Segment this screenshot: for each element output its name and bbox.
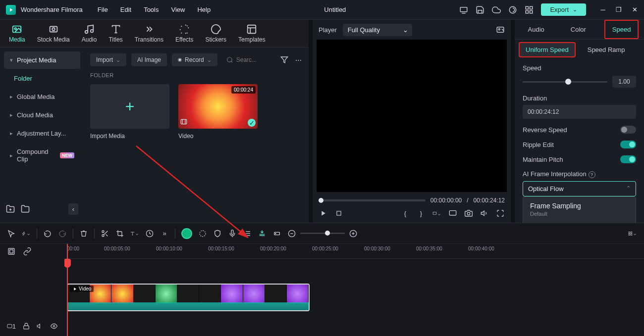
sidebar-folder[interactable]: Folder <box>4 70 80 87</box>
duration-input[interactable]: 00:00:24:12 <box>523 105 636 119</box>
ai-image-button[interactable]: AI Image <box>131 53 167 66</box>
display-button[interactable] <box>448 209 457 218</box>
video-track-icon[interactable]: 1 <box>7 322 16 331</box>
apps-icon[interactable] <box>525 5 534 14</box>
ai-avatar-icon[interactable] <box>181 228 192 239</box>
filter-icon[interactable] <box>280 55 289 64</box>
quality-select[interactable]: Full Quality <box>343 24 412 36</box>
timeline-ruler[interactable]: 00:00 00:00:05:00 00:00:10:00 00:00:15:0… <box>64 244 644 259</box>
select-tool-icon[interactable]: ⌄ <box>22 229 31 238</box>
import-button[interactable]: Import⌄ <box>90 53 126 66</box>
video-thumbnail[interactable]: 00:00:24 ✓ Video <box>178 84 258 140</box>
mark-in-button[interactable]: { <box>401 209 410 218</box>
color-tool-icon[interactable] <box>198 229 207 238</box>
svg-point-36 <box>200 231 206 237</box>
stop-button[interactable] <box>334 209 343 218</box>
save-icon[interactable] <box>476 5 484 14</box>
search-input[interactable] <box>222 53 275 66</box>
menu-edit[interactable]: Edit <box>120 6 131 13</box>
video-clip[interactable]: Video <box>67 284 310 311</box>
tab-stock-media[interactable]: Stock Media <box>33 21 74 46</box>
more-icon[interactable]: ⋯ <box>294 55 303 64</box>
svg-marker-55 <box>37 324 40 328</box>
split-icon[interactable] <box>101 229 109 238</box>
import-media-tile[interactable]: + Import Media <box>90 84 169 140</box>
device-icon[interactable] <box>459 5 468 14</box>
svg-rect-52 <box>10 250 13 253</box>
sidebar-cloud-media[interactable]: ▸Cloud Media <box>4 106 80 124</box>
info-icon[interactable]: ? <box>589 171 595 178</box>
redo-icon[interactable] <box>58 229 67 238</box>
dd-frame-sampling[interactable]: Frame Sampling Default <box>523 197 636 222</box>
new-folder-icon[interactable] <box>6 204 16 214</box>
reverse-toggle[interactable] <box>620 126 636 134</box>
minimize-button[interactable]: ─ <box>599 6 606 13</box>
close-button[interactable]: ✕ <box>631 6 638 13</box>
speed-tool-icon[interactable] <box>145 229 154 238</box>
ripple-label: Ripple Edit <box>523 141 554 148</box>
sidebar-project-media[interactable]: ▾Project Media <box>4 51 80 69</box>
camera-button[interactable] <box>464 209 473 218</box>
track-layer-icon[interactable] <box>7 247 16 256</box>
playhead[interactable] <box>67 244 68 336</box>
mic-icon[interactable] <box>228 229 237 238</box>
rp-tab-speed[interactable]: Speed <box>604 20 639 39</box>
speed-slider[interactable] <box>523 81 607 83</box>
sidebar-adjustment-layer[interactable]: ▸Adjustment Lay... <box>4 125 80 142</box>
list-icon[interactable] <box>243 229 252 238</box>
speed-value[interactable]: 1.00 <box>612 76 636 88</box>
marker-icon[interactable] <box>258 229 267 238</box>
menu-file[interactable]: File <box>98 6 108 13</box>
snapshot-icon[interactable] <box>496 25 505 34</box>
rp-tab-color[interactable]: Color <box>563 20 594 39</box>
crop-icon[interactable] <box>115 229 124 238</box>
export-button[interactable]: Export⌄ <box>541 3 586 16</box>
mark-out-button[interactable]: } <box>417 209 426 218</box>
ripple-toggle[interactable] <box>620 141 636 148</box>
maximize-button[interactable]: ❐ <box>615 6 622 13</box>
record-button[interactable]: Record⌄ <box>172 53 217 66</box>
text-icon[interactable]: ⌄ <box>130 229 139 238</box>
interp-select[interactable]: Optical Flow⌃ <box>523 181 636 196</box>
tab-media[interactable]: Media <box>5 21 29 46</box>
sidebar-compound-clip[interactable]: ▸Compound ClipNEW <box>4 143 80 168</box>
bin-icon[interactable] <box>21 204 31 214</box>
support-icon[interactable] <box>508 5 517 14</box>
shield-icon[interactable] <box>213 229 222 238</box>
lock-track-icon[interactable] <box>23 322 30 331</box>
sidebar-global-media[interactable]: ▸Global Media <box>4 88 80 105</box>
zoom-out-icon[interactable] <box>287 229 296 238</box>
progress-slider[interactable] <box>319 199 426 201</box>
menu-view[interactable]: View <box>171 6 185 13</box>
tab-transitions[interactable]: Transitions <box>131 21 167 46</box>
grid-view-icon[interactable]: ⌄ <box>628 229 637 238</box>
tab-titles[interactable]: Titles <box>105 21 126 46</box>
tab-audio[interactable]: Audio <box>78 21 101 46</box>
zoom-slider[interactable] <box>300 233 345 234</box>
pitch-toggle[interactable] <box>620 155 636 163</box>
collapse-sidebar-button[interactable]: ‹ <box>68 203 78 215</box>
mute-track-icon[interactable] <box>37 322 44 331</box>
menu-tools[interactable]: Tools <box>144 6 159 13</box>
zoom-in-icon[interactable] <box>349 229 358 238</box>
hide-track-icon[interactable] <box>51 322 57 331</box>
menu-help[interactable]: Help <box>197 6 211 13</box>
ratio-button[interactable]: ⌄ <box>432 209 441 218</box>
keyframe-icon[interactable] <box>272 229 281 238</box>
delete-icon[interactable] <box>79 229 88 238</box>
undo-icon[interactable] <box>43 229 52 238</box>
play-button[interactable] <box>319 209 327 218</box>
rp-tab-audio[interactable]: Audio <box>520 20 552 39</box>
preview-video[interactable] <box>317 40 507 192</box>
cloud-icon[interactable] <box>492 5 501 14</box>
more-tools-icon[interactable]: » <box>160 229 169 238</box>
tab-effects[interactable]: Effects <box>171 21 197 46</box>
subtab-uniform-speed[interactable]: Uniform Speed <box>519 42 576 57</box>
subtab-speed-ramp[interactable]: Speed Ramp <box>582 43 631 56</box>
tab-templates[interactable]: Templates <box>234 21 269 46</box>
fullscreen-button[interactable] <box>496 209 505 218</box>
link-icon[interactable] <box>23 247 32 256</box>
tab-stickers[interactable]: Stickers <box>201 21 230 46</box>
pointer-tool-icon[interactable] <box>7 229 16 238</box>
volume-button[interactable] <box>480 209 489 218</box>
